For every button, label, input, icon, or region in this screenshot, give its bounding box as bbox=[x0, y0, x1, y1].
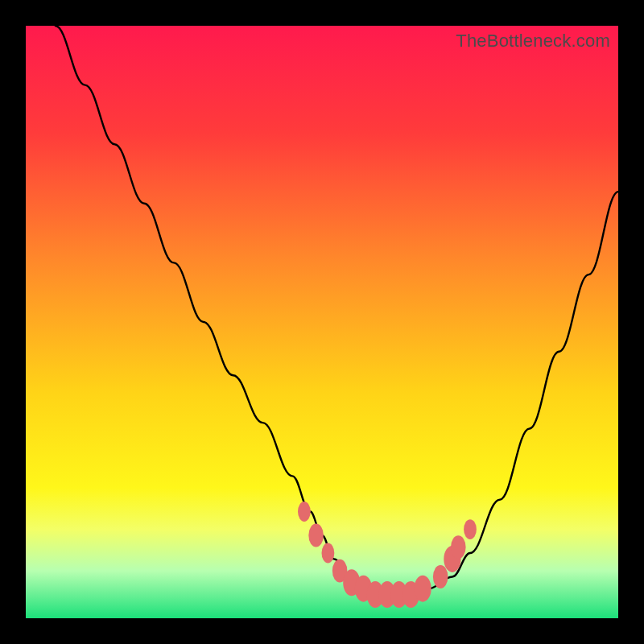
valley-marker bbox=[415, 576, 431, 602]
valley-marker bbox=[308, 524, 324, 547]
valley-marker bbox=[464, 519, 477, 539]
valley-marker bbox=[298, 502, 311, 522]
valley-marker bbox=[433, 565, 448, 588]
bottleneck-curve bbox=[56, 26, 618, 595]
curve-svg bbox=[26, 26, 618, 618]
chart-frame: TheBottleneck.com bbox=[0, 0, 644, 644]
valley-marker bbox=[322, 543, 335, 564]
plot-area: TheBottleneck.com bbox=[26, 26, 618, 618]
valley-marker bbox=[451, 535, 466, 559]
